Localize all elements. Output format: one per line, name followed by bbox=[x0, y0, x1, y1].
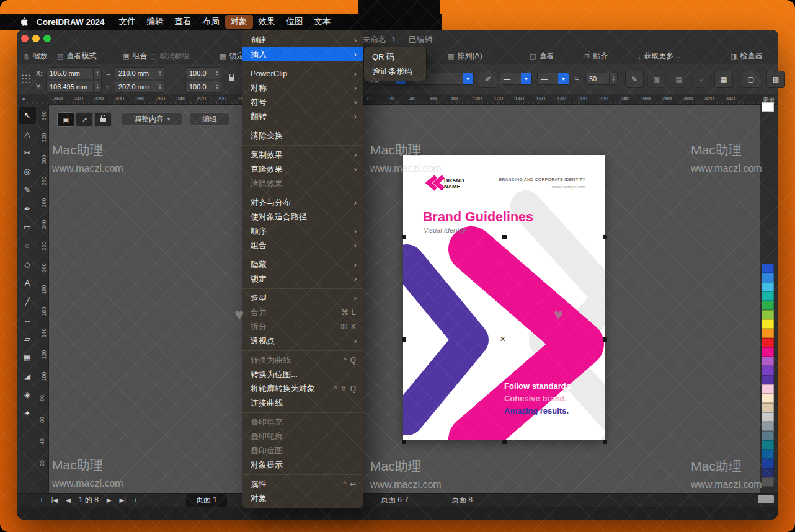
lock-ratio-icon[interactable] bbox=[229, 77, 234, 81]
extract-contents-button[interactable]: ↗ bbox=[76, 112, 93, 127]
menu-item-对称[interactable]: 对称› bbox=[242, 81, 363, 95]
dropdown-arrow-icon[interactable]: ▾ bbox=[463, 73, 473, 84]
toolbar-item-查看[interactable]: ◫查看 bbox=[530, 51, 554, 61]
tool-rectangle[interactable]: ▭ bbox=[19, 218, 36, 236]
color-swatch[interactable] bbox=[762, 477, 774, 487]
arrow-start-dropdown[interactable]: — ▾ bbox=[500, 73, 532, 85]
menu-item-锁定[interactable]: 锁定› bbox=[242, 272, 363, 286]
apple-menu-icon[interactable] bbox=[20, 17, 29, 27]
stepper-icon[interactable]: ▴▾ bbox=[156, 68, 164, 79]
selection-handle[interactable] bbox=[402, 235, 406, 239]
horizontal-ruler[interactable]: ⌖ 毫米 36034032030028026024022020018002040… bbox=[17, 94, 778, 105]
color-swatch[interactable] bbox=[762, 347, 774, 357]
menubar-item-对象[interactable]: 对象 bbox=[225, 15, 253, 29]
submenu-item-验证条形码[interactable]: 验证条形码 bbox=[364, 64, 426, 78]
stepper-icon[interactable]: ▴▾ bbox=[93, 81, 101, 92]
selection-handle[interactable] bbox=[502, 440, 507, 444]
menu-item-隐藏[interactable]: 隐藏› bbox=[242, 257, 363, 272]
app-name[interactable]: CorelDRAW 2024 bbox=[37, 17, 105, 27]
menu-item-透视点[interactable]: 透视点› bbox=[242, 334, 363, 348]
toolbar-item-贴齐[interactable]: ⊞贴齐 bbox=[584, 51, 608, 61]
toolbar-item-排列(A)[interactable]: ▦排列(A) bbox=[448, 51, 482, 61]
color-swatch[interactable] bbox=[762, 384, 774, 394]
tool-text[interactable]: A bbox=[19, 274, 36, 291]
color-swatch[interactable] bbox=[762, 319, 774, 329]
menu-item-符号[interactable]: 符号› bbox=[242, 95, 363, 109]
first-page-button[interactable]: |◀ bbox=[51, 497, 58, 503]
color-swatch[interactable] bbox=[762, 431, 774, 440]
color-swatch[interactable] bbox=[762, 412, 774, 422]
anchor-position-grid-icon[interactable] bbox=[21, 74, 31, 84]
vertical-ruler[interactable]: 3403203002802602402202001801601401201008… bbox=[38, 104, 49, 493]
object-properties-button[interactable]: ▢ bbox=[742, 71, 760, 88]
color-swatch[interactable] bbox=[762, 422, 774, 431]
wrap-text-button[interactable]: ▦ bbox=[714, 71, 733, 88]
color-swatch[interactable] bbox=[762, 291, 774, 301]
color-swatch[interactable] bbox=[762, 375, 774, 384]
minimize-window-button[interactable] bbox=[32, 35, 40, 42]
tool-line[interactable]: ╱ bbox=[19, 293, 36, 310]
color-swatch[interactable] bbox=[762, 282, 774, 291]
color-swatch[interactable] bbox=[762, 310, 774, 319]
prev-page-button[interactable]: ◀ bbox=[66, 497, 71, 503]
outline-behind-button[interactable]: ▤ bbox=[670, 71, 688, 88]
tool-fill[interactable]: ◈ bbox=[19, 386, 36, 403]
color-swatch[interactable] bbox=[762, 459, 774, 468]
tool-artistic-media[interactable]: ✒ bbox=[19, 200, 36, 217]
toolbar-item-检查器[interactable]: ◨检查器 bbox=[731, 51, 762, 61]
color-swatch[interactable] bbox=[762, 301, 774, 310]
tool-zoom[interactable]: ◎ bbox=[19, 162, 36, 180]
tool-ellipse[interactable]: ○ bbox=[19, 237, 36, 254]
menu-item-转换为位图...[interactable]: 转换为位图... bbox=[242, 367, 363, 381]
brush-stroke-button[interactable]: ✐ bbox=[479, 71, 497, 88]
stepper-icon[interactable]: ▴▾ bbox=[213, 68, 221, 79]
color-swatch[interactable] bbox=[762, 273, 774, 282]
scale-x-field[interactable]: 100.0 ▴▾ bbox=[185, 67, 221, 79]
menubar-item-编辑[interactable]: 编辑 bbox=[141, 15, 169, 29]
edit-button[interactable]: 编辑 bbox=[190, 112, 229, 126]
menu-item-翻转[interactable]: 翻转› bbox=[242, 109, 363, 123]
menu-item-创建[interactable]: 创建› bbox=[242, 33, 363, 47]
zoom-window-button[interactable] bbox=[43, 35, 51, 42]
toolbar-item-取消群组[interactable]: ▢取消群组 bbox=[150, 51, 189, 61]
menu-item-连接曲线[interactable]: 连接曲线 bbox=[242, 396, 363, 410]
color-swatch[interactable] bbox=[762, 403, 774, 412]
selection-handle[interactable] bbox=[402, 337, 406, 342]
menu-item-克隆效果[interactable]: 克隆效果› bbox=[242, 162, 363, 176]
color-swatch[interactable] bbox=[762, 329, 774, 338]
stepper-icon[interactable]: ▴▾ bbox=[609, 73, 617, 84]
selection-center-mark[interactable]: × bbox=[500, 334, 505, 345]
toolbar-item-查看模式[interactable]: ▤查看模式 bbox=[57, 51, 96, 61]
fill-winding-button[interactable]: ▣ bbox=[647, 71, 666, 88]
adjust-contents-dropdown[interactable]: 调整内容 ▾ bbox=[122, 112, 182, 126]
menu-item-对齐与分布[interactable]: 对齐与分布› bbox=[242, 195, 363, 210]
scale-y-field[interactable]: 100.0 ▴▾ bbox=[185, 81, 221, 93]
color-swatch[interactable] bbox=[762, 264, 774, 273]
arrow-end-dropdown[interactable]: — ▾ bbox=[537, 73, 569, 85]
edit-fill-button[interactable]: ✎ bbox=[625, 71, 644, 88]
menu-item-顺序[interactable]: 顺序› bbox=[242, 224, 363, 238]
close-window-button[interactable] bbox=[21, 35, 29, 42]
tool-crop[interactable]: ✂ bbox=[19, 144, 36, 161]
menu-item-插入[interactable]: 插入› bbox=[242, 47, 363, 61]
toolbar-item-获取更多...[interactable]: ↓获取更多... bbox=[637, 51, 680, 61]
stepper-icon[interactable]: ▴▾ bbox=[156, 81, 164, 92]
more-options-button[interactable]: ▩ bbox=[766, 71, 785, 88]
tool-transparency[interactable]: ▱ bbox=[19, 330, 36, 347]
tool-pick[interactable]: ↖ bbox=[19, 107, 36, 124]
scale-outline-button[interactable]: ▫ bbox=[692, 71, 711, 88]
x-position-field[interactable]: 105.0 mm ▴▾ bbox=[46, 67, 102, 79]
color-swatch[interactable] bbox=[762, 450, 774, 459]
menu-item-PowerClip[interactable]: PowerClip› bbox=[242, 66, 363, 81]
tool-shape[interactable]: △ bbox=[19, 125, 36, 143]
last-page-button[interactable]: ▶| bbox=[120, 497, 126, 503]
page-tab-页面 8[interactable]: 页面 8 bbox=[442, 493, 482, 507]
menubar-item-位图[interactable]: 位图 bbox=[281, 15, 309, 29]
smoothness-field[interactable]: 50 ▴▾ bbox=[585, 73, 618, 85]
menu-item-组合[interactable]: 组合› bbox=[242, 238, 363, 252]
color-swatch[interactable] bbox=[762, 468, 774, 477]
selection-handle[interactable] bbox=[603, 235, 607, 239]
menu-item-造型[interactable]: 造型› bbox=[242, 291, 363, 305]
tool-graph-paper[interactable]: ▦ bbox=[19, 348, 36, 366]
add-page-button-2[interactable]: + bbox=[134, 497, 138, 503]
